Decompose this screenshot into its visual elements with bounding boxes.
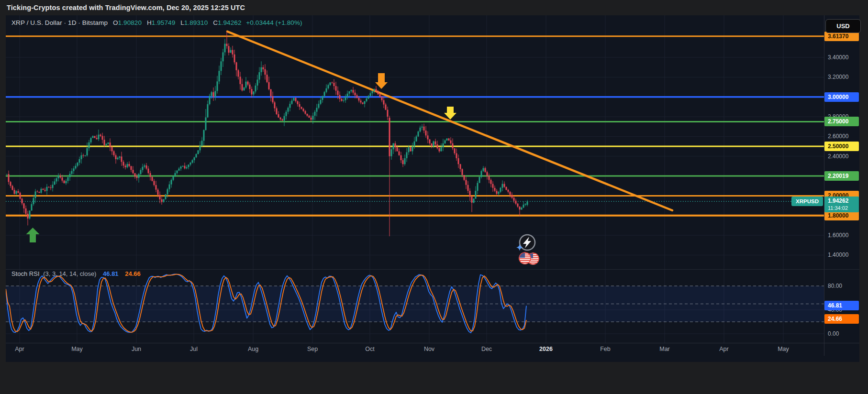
candle-body bbox=[445, 141, 446, 143]
candle-body bbox=[25, 208, 27, 214]
price-axis[interactable] bbox=[824, 15, 859, 343]
up-arrow-marker[interactable] bbox=[26, 228, 40, 242]
candle-body bbox=[58, 175, 59, 178]
candle-body bbox=[69, 174, 71, 177]
candle-body bbox=[75, 166, 77, 169]
candle-body bbox=[297, 101, 299, 104]
indicator-params: (3, 3, 14, 14, close) bbox=[43, 270, 96, 277]
candle-body bbox=[35, 191, 36, 198]
candle-body bbox=[213, 92, 214, 97]
ohlc-close-label: C bbox=[213, 19, 218, 26]
candle-body bbox=[253, 91, 255, 94]
candle-body bbox=[211, 92, 212, 96]
candle-body bbox=[249, 85, 251, 89]
candle-body bbox=[408, 147, 410, 152]
candle-body bbox=[341, 99, 343, 101]
candle-body bbox=[207, 104, 209, 118]
candle-body bbox=[412, 146, 413, 151]
candle-body bbox=[385, 105, 387, 110]
candle-body bbox=[184, 166, 186, 169]
candle-body bbox=[217, 81, 218, 91]
candle-body bbox=[425, 131, 427, 135]
candle-body bbox=[138, 174, 140, 178]
candle-body bbox=[351, 90, 352, 91]
candle-body bbox=[517, 204, 519, 207]
candle-body bbox=[427, 135, 429, 139]
candle-body bbox=[456, 153, 457, 158]
candle-body bbox=[265, 69, 266, 75]
candle-body bbox=[433, 142, 434, 146]
candle-body bbox=[320, 100, 322, 104]
candle-body bbox=[282, 120, 283, 121]
candle-body bbox=[506, 187, 507, 190]
candle-body bbox=[490, 180, 492, 184]
candle-body bbox=[523, 205, 524, 208]
candle-body bbox=[358, 98, 360, 101]
change-value: +0.03444 (+1.80%) bbox=[246, 19, 302, 26]
candle-body bbox=[291, 100, 293, 104]
candle-body bbox=[274, 102, 276, 108]
chart-canvas[interactable] bbox=[0, 0, 868, 394]
candle-body bbox=[362, 102, 364, 104]
candle-body bbox=[311, 118, 312, 120]
candle-body bbox=[347, 94, 348, 97]
candle-body bbox=[194, 157, 195, 160]
candle-body bbox=[127, 164, 128, 167]
candlestick-series bbox=[6, 32, 528, 236]
lightning-circle-sticker[interactable] bbox=[516, 235, 535, 251]
footer-bar: TradingView bbox=[0, 362, 868, 394]
candle-body bbox=[267, 75, 268, 82]
candle-body bbox=[406, 152, 408, 158]
candle-body bbox=[345, 97, 346, 100]
currency-toggle-button[interactable]: USD bbox=[825, 19, 861, 33]
candle-body bbox=[123, 162, 124, 165]
candle-body bbox=[245, 82, 247, 88]
candle-body bbox=[71, 171, 73, 174]
candle-body bbox=[43, 189, 44, 190]
candle-body bbox=[108, 142, 109, 144]
candle-body bbox=[182, 166, 184, 167]
candle-body bbox=[236, 62, 237, 70]
candle-body bbox=[98, 135, 100, 140]
candle-body bbox=[125, 165, 126, 167]
candle-body bbox=[471, 197, 473, 202]
ohlc-high-label: H bbox=[147, 19, 152, 26]
candle-body bbox=[452, 143, 454, 148]
candle-body bbox=[289, 104, 291, 108]
candle-body bbox=[161, 199, 163, 202]
candle-body bbox=[512, 195, 513, 197]
candle-body bbox=[420, 128, 421, 131]
candle-body bbox=[479, 177, 480, 183]
candle-body bbox=[494, 188, 496, 191]
candle-body bbox=[278, 114, 279, 118]
candle-body bbox=[397, 147, 398, 151]
candle-body bbox=[448, 139, 450, 141]
candle-body bbox=[343, 100, 345, 101]
candle-body bbox=[401, 155, 402, 160]
down-arrow-marker[interactable] bbox=[444, 107, 456, 120]
candle-body bbox=[169, 185, 170, 189]
candle-body bbox=[92, 136, 94, 138]
candle-body bbox=[230, 50, 232, 53]
candle-body bbox=[439, 148, 440, 151]
candle-body bbox=[429, 140, 431, 143]
candle-body bbox=[175, 173, 176, 176]
candle-body bbox=[272, 96, 274, 102]
down-arrow-marker[interactable] bbox=[375, 73, 388, 89]
candle-body bbox=[113, 151, 115, 155]
candle-body bbox=[221, 61, 222, 71]
candle-body bbox=[393, 143, 394, 149]
time-axis[interactable] bbox=[6, 343, 859, 356]
candle-body bbox=[259, 72, 260, 80]
candle-body bbox=[410, 147, 412, 151]
candle-body bbox=[483, 168, 484, 171]
candle-body bbox=[66, 181, 67, 183]
candle-body bbox=[504, 184, 505, 187]
candle-body bbox=[33, 198, 34, 204]
candle-body bbox=[355, 93, 356, 96]
us-flags-sticker[interactable] bbox=[519, 252, 539, 265]
candle-body bbox=[399, 151, 400, 155]
candle-body bbox=[261, 67, 262, 72]
candle-body bbox=[441, 147, 442, 151]
candle-body bbox=[240, 77, 241, 84]
